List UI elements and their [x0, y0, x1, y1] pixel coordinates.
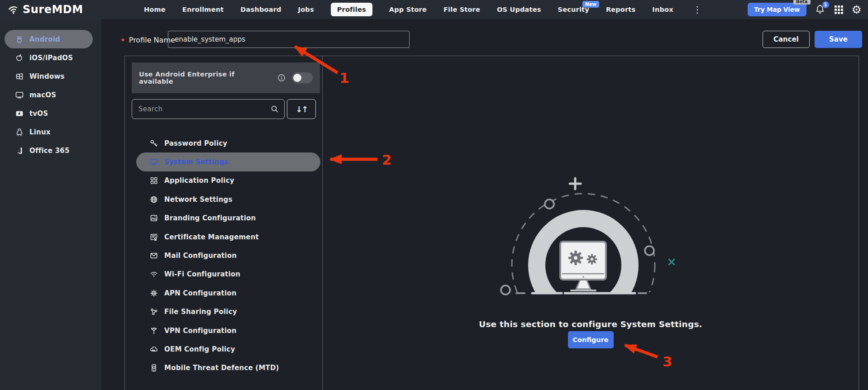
policy-item-oem-config-policy[interactable]: OEM Config Policy: [136, 340, 320, 358]
policy-item-system-settings[interactable]: System Settings: [136, 152, 320, 171]
policy-list: Password Policy System Settings: [136, 134, 320, 377]
policy-item-mobile-threat-defence[interactable]: Mobile Threat Defence (MTD): [136, 359, 320, 377]
policy-item-label: Network Settings: [164, 195, 233, 204]
sort-button[interactable]: ↓↑: [287, 99, 316, 119]
policy-item-certificate-management[interactable]: Certificate Management: [136, 228, 320, 246]
nav-item-file-store[interactable]: File Store: [444, 6, 480, 13]
x-decoration: [669, 259, 674, 265]
apple-icon: [15, 53, 24, 62]
more-menu-icon[interactable]: ⋮: [693, 5, 702, 14]
apps-grid-icon[interactable]: [835, 5, 843, 14]
policy-item-apn-configuration[interactable]: APN Configuration: [136, 284, 320, 302]
policy-item-vpn-configuration[interactable]: VPN Configuration: [136, 321, 320, 340]
android-enterprise-toggle[interactable]: [292, 72, 313, 83]
sidebar-item-label: iOS/iPadOS: [29, 54, 73, 62]
sidebar-item-tvos[interactable]: tvOS: [0, 104, 101, 123]
office-icon: [15, 146, 24, 155]
globe-icon: [150, 195, 158, 204]
gear-globe-icon: [150, 289, 158, 297]
profile-toolbar: ★ Profile Name Cancel Save: [101, 19, 868, 56]
mail-icon: [150, 252, 158, 260]
system-settings-illustration: [487, 175, 686, 306]
section-caption: Use this section to configure System Set…: [323, 319, 858, 329]
policy-search-input[interactable]: [138, 105, 267, 114]
save-button[interactable]: Save: [815, 31, 862, 48]
nav-item-home[interactable]: Home: [144, 6, 166, 13]
android-enterprise-label: Use Android Enterprise if available: [139, 71, 271, 85]
monitor-icon: [150, 158, 158, 166]
app-grid-icon: [150, 176, 158, 185]
search-icon: [271, 105, 279, 113]
policy-item-label: Certificate Management: [164, 233, 259, 241]
configure-button[interactable]: Configure: [568, 331, 614, 348]
sidebar-item-label: Windows: [29, 72, 65, 81]
wifi-icon: [150, 270, 158, 278]
nav-item-dashboard[interactable]: Dashboard: [240, 6, 281, 13]
brand-name: SureMDM: [23, 3, 83, 16]
settings-gear-icon[interactable]: ⚙: [852, 4, 862, 15]
sidebar-item-macos[interactable]: macOS: [0, 86, 101, 104]
profile-config-panel: Use Android Enterprise if available ↓↑: [124, 56, 859, 390]
policy-item-label: Mail Configuration: [164, 252, 237, 260]
navbar-right-controls: Try Map View Beta 1 ⚙: [748, 0, 862, 19]
policy-item-branding-configuration[interactable]: Branding Configuration: [136, 209, 320, 228]
policy-search-box: [132, 99, 285, 119]
sidebar-item-label: Android: [29, 35, 60, 43]
nav-item-security[interactable]: Security New: [558, 6, 589, 13]
share-icon: [150, 308, 158, 316]
sidebar-item-ios-ipados[interactable]: iOS/iPadOS: [0, 48, 101, 67]
info-icon[interactable]: [277, 74, 286, 82]
sidebar-item-android[interactable]: Android: [5, 30, 93, 48]
sidebar-item-label: Linux: [29, 128, 51, 136]
policy-item-application-policy[interactable]: Application Policy: [136, 171, 320, 190]
top-navbar: SureMDM Home Enrollment Dashboard Jobs P…: [0, 0, 868, 19]
sidebar-item-office-365[interactable]: Office 365: [0, 141, 101, 160]
toggle-knob: [293, 74, 301, 82]
sidebar-item-label: Office 365: [29, 147, 70, 155]
policy-item-label: Password Policy: [164, 139, 227, 147]
nav-item-jobs[interactable]: Jobs: [298, 6, 314, 13]
policy-item-mail-configuration[interactable]: Mail Configuration: [136, 246, 320, 265]
brand: SureMDM: [7, 0, 83, 19]
notification-count-badge: 1: [822, 1, 829, 8]
policy-item-label: VPN Configuration: [164, 327, 237, 335]
main-nav: Home Enrollment Dashboard Jobs Profiles …: [144, 0, 702, 19]
nav-item-reports[interactable]: Reports: [606, 6, 635, 13]
suremdm-app: SureMDM Home Enrollment Dashboard Jobs P…: [0, 0, 868, 390]
policy-item-label: File Sharing Policy: [164, 308, 237, 316]
policy-item-password-policy[interactable]: Password Policy: [136, 134, 320, 152]
certificate-icon: [150, 233, 158, 241]
plus-decoration: [570, 178, 581, 189]
sidebar-item-windows[interactable]: Windows: [0, 67, 101, 86]
monitor-gears-graphic: [560, 242, 606, 290]
android-icon: [15, 35, 24, 44]
image-icon: [150, 214, 158, 222]
sidebar-item-linux[interactable]: Linux: [0, 123, 101, 141]
policy-item-label: Application Policy: [164, 176, 234, 185]
beta-badge: Beta: [793, 0, 811, 5]
sidebar-item-label: macOS: [29, 91, 56, 99]
new-badge: New: [582, 1, 599, 8]
policy-item-wifi-configuration[interactable]: Wi-Fi Configuration: [136, 265, 320, 284]
suremdm-logo-icon: [7, 4, 19, 15]
nav-item-app-store[interactable]: App Store: [389, 6, 427, 13]
android-enterprise-row: Use Android Enterprise if available: [132, 62, 320, 93]
windows-icon: [15, 72, 24, 81]
policy-item-network-settings[interactable]: Network Settings: [136, 190, 320, 209]
nav-item-profiles[interactable]: Profiles: [331, 3, 372, 16]
notifications-bell-icon[interactable]: 1: [815, 4, 826, 15]
linux-icon: [15, 128, 24, 137]
policy-search-row: ↓↑: [132, 99, 320, 119]
try-map-view-button[interactable]: Try Map View Beta: [748, 3, 806, 16]
nav-item-os-updates[interactable]: OS Updates: [497, 6, 541, 13]
cancel-button[interactable]: Cancel: [763, 31, 810, 48]
policy-item-label: System Settings: [164, 158, 229, 166]
profile-name-label: ★ Profile Name: [120, 31, 175, 48]
profile-name-input[interactable]: [168, 31, 410, 48]
policy-item-file-sharing-policy[interactable]: File Sharing Policy: [136, 303, 320, 321]
apple-tv-icon: [15, 109, 24, 118]
monitor-icon: [15, 90, 24, 100]
nav-item-enrollment[interactable]: Enrollment: [182, 6, 224, 13]
phone-shield-icon: [150, 364, 158, 372]
nav-item-inbox[interactable]: Inbox: [652, 6, 673, 13]
